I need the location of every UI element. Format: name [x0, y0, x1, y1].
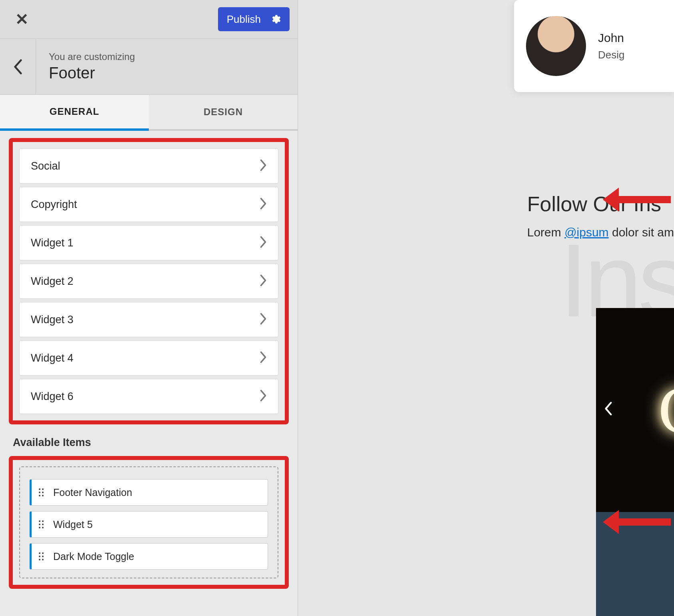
row-label: Copyright	[31, 198, 77, 211]
gallery: CoOL	[596, 308, 674, 512]
breadcrumb-section: Footer	[49, 64, 135, 82]
drag-handle-icon[interactable]	[39, 552, 47, 560]
annotation-current: Currently Used Widget Settings	[599, 150, 674, 249]
publish-label: Publish	[227, 13, 261, 26]
widget-row-widget1[interactable]: Widget 1	[19, 225, 278, 260]
chevron-left-icon	[604, 402, 613, 416]
preview-pane: John Desig Ins Follow Our Ins Lorem @ips…	[298, 0, 674, 616]
user-name: John	[598, 31, 624, 45]
top-bar: ✕ Publish	[0, 0, 298, 39]
gear-icon[interactable]	[270, 14, 281, 25]
tab-general[interactable]: GENERAL	[0, 95, 149, 131]
available-label: Footer Navigation	[53, 487, 132, 498]
gallery-image-text: CoOL	[658, 371, 674, 449]
chevron-right-icon	[260, 198, 267, 211]
panel-content: Social Copyright Widget 1 Widget 2 Widge…	[0, 131, 298, 616]
row-label: Widget 6	[31, 390, 74, 403]
available-label: Widget 5	[53, 519, 93, 530]
row-label: Widget 2	[31, 275, 74, 288]
row-label: Social	[31, 160, 60, 172]
arrow-left-icon	[599, 506, 671, 538]
widget-row-widget2[interactable]: Widget 2	[19, 264, 278, 299]
annotation-available: Available Footer Items	[599, 506, 674, 538]
tabs: GENERAL DESIGN	[0, 95, 298, 131]
chevron-right-icon	[260, 313, 267, 326]
chevron-right-icon	[260, 274, 267, 288]
breadcrumb-text: You are customizing Footer	[36, 51, 135, 82]
available-item-dark-mode[interactable]: Dark Mode Toggle	[30, 543, 268, 570]
chevron-right-icon	[260, 159, 267, 173]
chevron-left-icon	[14, 59, 22, 74]
widget-row-widget6[interactable]: Widget 6	[19, 379, 278, 414]
drag-handle-icon[interactable]	[39, 520, 47, 528]
available-label: Dark Mode Toggle	[53, 551, 134, 562]
chevron-right-icon	[260, 351, 267, 365]
drag-handle-icon[interactable]	[39, 488, 47, 496]
row-label: Widget 1	[31, 237, 74, 249]
chevron-right-icon	[260, 390, 267, 403]
chevron-right-icon	[260, 236, 267, 250]
user-role: Desig	[598, 49, 624, 61]
widget-row-copyright[interactable]: Copyright	[19, 187, 278, 222]
publish-button[interactable]: Publish	[218, 7, 290, 31]
arrow-left-icon	[599, 184, 671, 216]
row-label: Widget 3	[31, 314, 74, 326]
user-card: John Desig	[514, 0, 674, 92]
close-icon[interactable]: ✕	[8, 10, 36, 28]
avatar	[526, 16, 586, 76]
widget-row-widget4[interactable]: Widget 4	[19, 340, 278, 376]
customizer-panel: ✕ Publish You are customizing Footer GEN…	[0, 0, 298, 616]
row-label: Widget 4	[31, 352, 74, 364]
tab-design[interactable]: DESIGN	[149, 95, 298, 129]
follow-pre: Lorem	[527, 226, 564, 239]
available-heading: Available Items	[13, 436, 285, 449]
widget-row-widget3[interactable]: Widget 3	[19, 302, 278, 337]
available-item-widget5[interactable]: Widget 5	[30, 511, 268, 538]
back-button[interactable]	[0, 39, 36, 94]
available-drop-area[interactable]: Footer Navigation Widget 5 Dark Mode Tog…	[19, 466, 278, 578]
available-items-box: Footer Navigation Widget 5 Dark Mode Tog…	[9, 456, 289, 589]
gallery-prev-button[interactable]	[604, 401, 613, 419]
user-meta: John Desig	[598, 31, 624, 61]
breadcrumb-row: You are customizing Footer	[0, 39, 298, 95]
available-item-footer-navigation[interactable]: Footer Navigation	[30, 479, 268, 506]
breadcrumb-pre: You are customizing	[49, 51, 135, 62]
publish-group: Publish	[218, 7, 290, 31]
widget-row-social[interactable]: Social	[19, 148, 278, 184]
current-widgets-box: Social Copyright Widget 1 Widget 2 Widge…	[9, 138, 289, 424]
